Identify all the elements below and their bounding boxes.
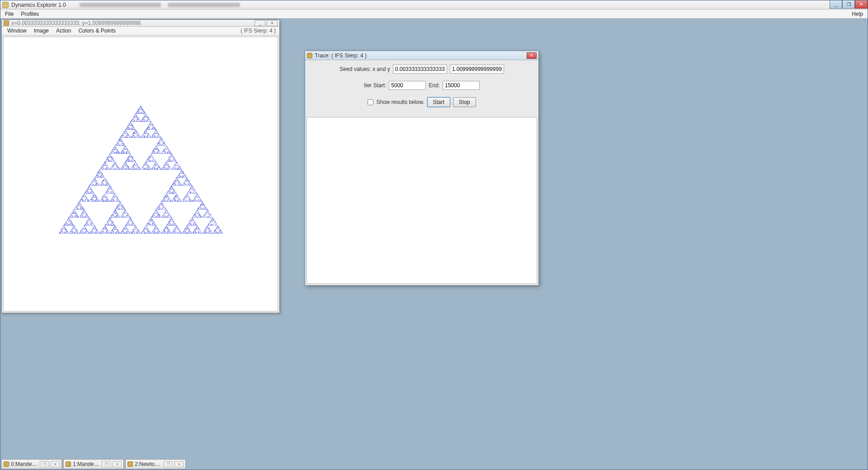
task-icon — [127, 461, 133, 467]
iter-start-label: Iter Start: — [364, 82, 386, 89]
trace-results-area — [307, 117, 537, 284]
iter-end-label: End: — [429, 82, 440, 89]
task-item-1[interactable]: 1:Mandel ... ❐ ✕ — [63, 459, 124, 469]
seed-label: Seed values: x and y — [340, 66, 390, 72]
trace-close-button[interactable]: ✕ — [527, 52, 537, 59]
task-item-2[interactable]: 2:Newton ... ❐ ✕ — [125, 459, 186, 469]
doc-title: x=0.0033333333333333335; y=1.00999999999… — [11, 20, 141, 26]
doc-right-label: ( IFS Sierp: 4 ) — [241, 28, 278, 34]
app-window: Dynamics Explorer 1.0 _ ❐ ✕ File Profile… — [0, 0, 868, 470]
trace-titlebar[interactable]: Trace: ( IFS Sierp: 4 ) ✕ — [305, 51, 538, 60]
task-label: 0:Mandel ... — [11, 461, 38, 467]
sierpinski-fractal-icon — [4, 37, 278, 311]
iter-start-input[interactable] — [389, 81, 426, 90]
close-button[interactable]: ✕ — [855, 0, 868, 9]
show-results-checkbox[interactable] — [368, 99, 373, 105]
doc-titlebar[interactable]: x=0.0033333333333333335; y=1.00999999999… — [2, 20, 279, 27]
task-item-0[interactable]: 0:Mandel ... ❐ ✕ — [1, 459, 62, 469]
app-menubar: File Profiles Help — [0, 9, 868, 19]
stop-button[interactable]: Stop — [453, 97, 476, 107]
show-results-label: Show results below. — [376, 99, 424, 105]
iter-end-input[interactable] — [443, 81, 480, 90]
task-close-button[interactable]: ✕ — [113, 461, 122, 467]
task-label: 1:Mandel ... — [73, 461, 100, 467]
task-restore-button[interactable]: ❐ — [164, 461, 173, 467]
doc-minimize-button[interactable]: ⎯ — [255, 20, 265, 26]
action-row: Show results below. Start Stop — [311, 97, 532, 107]
app-icon — [2, 2, 9, 8]
seed-row: Seed values: x and y — [311, 65, 532, 74]
task-restore-button[interactable]: ❐ — [102, 461, 111, 467]
window-controls: _ ❐ ✕ — [830, 0, 868, 9]
trace-icon — [307, 53, 312, 58]
doc-close-button[interactable]: ✕ — [267, 20, 278, 26]
menu-profiles[interactable]: Profiles — [17, 10, 42, 18]
start-button[interactable]: Start — [427, 97, 450, 107]
trace-title: Trace: ( IFS Sierp: 4 ) — [315, 52, 367, 59]
fractal-canvas[interactable] — [3, 37, 278, 311]
seed-x-input[interactable] — [393, 65, 447, 74]
doc-icon — [4, 20, 9, 26]
menu-help[interactable]: Help — [848, 10, 867, 18]
doc-menu-colors[interactable]: Colors & Points — [75, 27, 119, 35]
trace-body: Seed values: x and y Iter Start: End: Sh… — [305, 60, 538, 117]
blurred-tab-2 — [168, 3, 240, 7]
task-close-button[interactable]: ✕ — [51, 461, 60, 467]
doc-menu-action[interactable]: Action — [52, 27, 75, 35]
doc-menubar: Window Image Action Colors & Points ( IF… — [2, 27, 279, 35]
app-titlebar[interactable]: Dynamics Explorer 1.0 _ ❐ ✕ — [0, 0, 868, 9]
blurred-tab-1 — [80, 3, 161, 7]
menu-file[interactable]: File — [1, 10, 17, 18]
task-label: 2:Newton ... — [135, 461, 162, 467]
maximize-button[interactable]: ❐ — [842, 0, 855, 9]
document-window[interactable]: x=0.0033333333333333335; y=1.00999999999… — [1, 19, 280, 313]
workspace: x=0.0033333333333333335; y=1.00999999999… — [0, 19, 868, 470]
iter-row: Iter Start: End: — [311, 81, 532, 90]
trace-dialog[interactable]: Trace: ( IFS Sierp: 4 ) ✕ Seed values: x… — [305, 51, 539, 286]
task-restore-button[interactable]: ❐ — [40, 461, 49, 467]
task-close-button[interactable]: ✕ — [175, 461, 184, 467]
taskbar: 0:Mandel ... ❐ ✕ 1:Mandel ... ❐ ✕ 2:Newt… — [0, 459, 187, 470]
seed-y-input[interactable] — [450, 65, 504, 74]
task-icon — [4, 461, 9, 467]
app-title: Dynamics Explorer 1.0 — [11, 2, 66, 8]
doc-menu-window[interactable]: Window — [4, 27, 30, 35]
minimize-button[interactable]: _ — [830, 0, 842, 9]
doc-menu-image[interactable]: Image — [30, 27, 52, 35]
task-icon — [66, 461, 71, 467]
